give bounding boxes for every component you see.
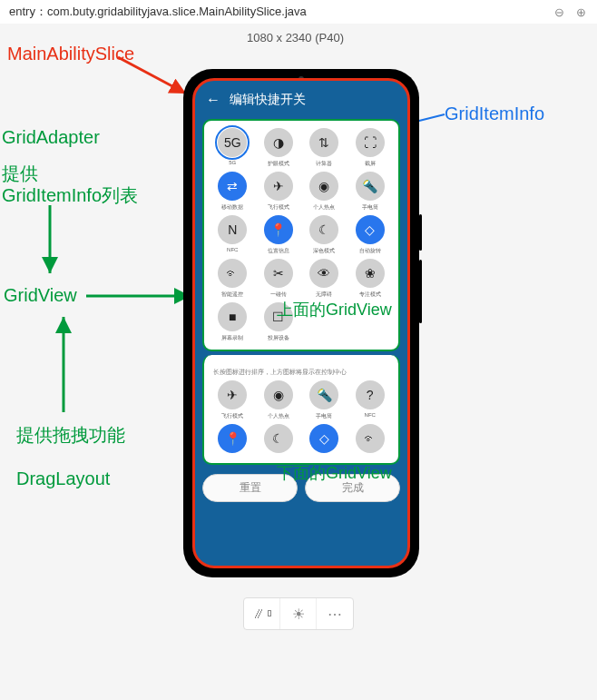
annotation-grid-view: GridView [4, 285, 77, 306]
back-arrow-icon[interactable]: ← [206, 92, 220, 108]
grid-item[interactable]: ⇅计算器 [301, 128, 347, 168]
grid-item-label: 护眼模式 [268, 160, 289, 168]
grid-item-icon: 📍 [264, 215, 293, 244]
device-dimensions: 1080 x 2340 (P40) [247, 31, 344, 44]
grid-item-icon: ❀ [356, 259, 385, 288]
grid-item-icon: 🔦 [356, 172, 385, 201]
grid-item-label: 个人热点 [313, 203, 335, 212]
annotation-drag-layout: DragLayout [16, 468, 110, 489]
grid-item-label: NFC [365, 412, 376, 418]
grid-item-icon: ☾ [264, 424, 293, 453]
grid-item-icon: ◉ [264, 380, 293, 409]
grid-item[interactable]: 🔦手电筒 [301, 380, 347, 420]
grid-item-icon: ◇ [356, 215, 385, 244]
svg-line-0 [118, 57, 186, 94]
grid-item[interactable]: ✂一碰传 [256, 259, 302, 299]
grid-item-icon: 📍 [218, 424, 247, 453]
grid-item-icon: ☾ [309, 215, 338, 244]
ide-top-bar: entry：com.buty.gridabilityjava.slice.Mai… [0, 0, 597, 24]
grid-item-icon: ◇ [309, 424, 338, 453]
app-header: ← 编辑快捷开关 [195, 81, 407, 119]
annotation-grid-adapter-sub2: GridItemInfo列表 [2, 183, 138, 208]
file-path: entry：com.buty.gridabilityjava.slice.Mai… [9, 4, 544, 20]
grid-item-label: 飞行模式 [268, 203, 289, 212]
grid-item-icon: ■ [218, 302, 247, 331]
grid-item-label: 自动旋转 [359, 247, 381, 255]
grid-item-icon: ✈ [264, 172, 293, 201]
annotation-grid-adapter: GridAdapter [2, 127, 100, 148]
lower-gridview[interactable]: ✈飞行模式◉个人热点🔦手电筒?NFC📍☾◇ᯤ [210, 380, 393, 456]
grid-item[interactable]: ☾ [256, 424, 302, 456]
grid-item-icon: ᯤ [218, 259, 247, 288]
grid-item-icon: ᯤ [356, 424, 385, 453]
annotation-grid-adapter-sub1: 提供 [2, 162, 38, 186]
grid-item-icon: 🔦 [309, 380, 338, 409]
brightness-icon[interactable]: ☀ [280, 598, 317, 629]
rotate-device-icon[interactable]: ⫽▯ [244, 598, 280, 629]
more-icon[interactable]: ⋯ [317, 598, 353, 629]
annotation-grid-item-info: GridItemInfo [445, 104, 544, 124]
grid-item-label: 飞行模式 [221, 412, 243, 420]
grid-item-icon: ◉ [309, 172, 338, 201]
grid-item-label: 屏幕录制 [221, 334, 243, 342]
grid-item-label: 专注模式 [359, 291, 381, 299]
overlay-lower-gridview: 下面的GridView [277, 462, 392, 484]
grid-item-icon: ⇄ [218, 172, 247, 201]
grid-item[interactable]: 📍 [210, 424, 256, 456]
grid-item[interactable]: ⇄移动数据 [210, 172, 256, 212]
zoom-in-icon[interactable]: ⊕ [573, 5, 588, 19]
grid-item-label: 移动数据 [221, 203, 243, 212]
grid-item[interactable]: ᯤ智能遥控 [210, 259, 256, 299]
side-button [419, 214, 422, 251]
grid-item-label: 5G [229, 160, 236, 165]
grid-item-label: 手电筒 [316, 412, 332, 420]
grid-item[interactable]: ◇ [301, 424, 347, 456]
grid-item-icon: 👁 [309, 259, 338, 288]
zoom-out-icon[interactable]: ⊖ [552, 5, 566, 19]
grid-item[interactable]: ❀专注模式 [347, 259, 394, 299]
grid-item-label: 一碰传 [270, 291, 287, 299]
grid-item[interactable]: ◉个人热点 [301, 172, 347, 212]
arrow-green-draglayout-up [54, 312, 73, 417]
grid-item-icon: ? [356, 380, 385, 409]
grid-item[interactable]: 📍位置信息 [256, 215, 302, 255]
grid-item-label: 计算器 [316, 160, 332, 168]
grid-item-label: 智能遥控 [221, 291, 243, 299]
grid-item[interactable]: ᯤ [347, 424, 394, 456]
grid-item-label: 截屏 [365, 160, 376, 168]
grid-item-label: 无障碍 [316, 291, 332, 299]
grid-item-icon: ⇅ [309, 128, 338, 157]
sort-hint-text: 长按图标进行排序，上方图标将显示在控制中心 [213, 368, 393, 377]
lower-gridview-card: 长按图标进行排序，上方图标将显示在控制中心 ✈飞行模式◉个人热点🔦手电筒?NFC… [202, 355, 400, 465]
preview-canvas: 1080 x 2340 (P40) MainAbilitySlice GridI… [0, 24, 597, 700]
grid-item-label: 个人热点 [268, 412, 289, 420]
grid-item[interactable]: ◉个人热点 [256, 380, 302, 420]
grid-item[interactable]: ✈飞行模式 [256, 172, 302, 212]
grid-item[interactable]: 🔦手电筒 [347, 172, 394, 212]
grid-item[interactable]: 5G5G [210, 128, 256, 168]
grid-item[interactable]: ☾深色模式 [301, 215, 347, 255]
device-screen: ← 编辑快捷开关 5G5G◑护眼模式⇅计算器⛶截屏⇄移动数据✈飞行模式◉个人热点… [192, 78, 410, 568]
grid-item-label: 深色模式 [313, 247, 335, 255]
grid-item-label: 投屏设备 [268, 334, 289, 342]
grid-item[interactable]: 👁无障碍 [301, 259, 347, 299]
grid-item[interactable]: ⛶截屏 [347, 128, 394, 168]
grid-item-icon: ⛶ [356, 128, 385, 157]
grid-item[interactable]: NNFC [210, 215, 256, 255]
grid-item-icon: 5G [218, 128, 247, 157]
grid-item-label: 位置信息 [268, 247, 289, 255]
grid-item-label: NFC [227, 247, 238, 252]
app-header-title: 编辑快捷开关 [230, 92, 306, 108]
grid-item-label: 手电筒 [362, 203, 378, 212]
grid-item-icon: ✈ [218, 380, 247, 409]
grid-item[interactable]: ✈飞行模式 [210, 380, 256, 420]
side-button [419, 260, 422, 323]
preview-toolbar: ⫽▯ ☀ ⋯ [243, 597, 354, 630]
arrow-green-gridadapter-down [41, 205, 59, 282]
grid-item-icon: N [218, 215, 247, 244]
device-frame: ← 编辑快捷开关 5G5G◑护眼模式⇅计算器⛶截屏⇄移动数据✈飞行模式◉个人热点… [183, 69, 419, 577]
grid-item[interactable]: ?NFC [347, 380, 394, 420]
grid-item[interactable]: ◑护眼模式 [256, 128, 302, 168]
grid-item[interactable]: ■屏幕录制 [210, 302, 256, 342]
grid-item[interactable]: ◇自动旋转 [347, 215, 394, 255]
